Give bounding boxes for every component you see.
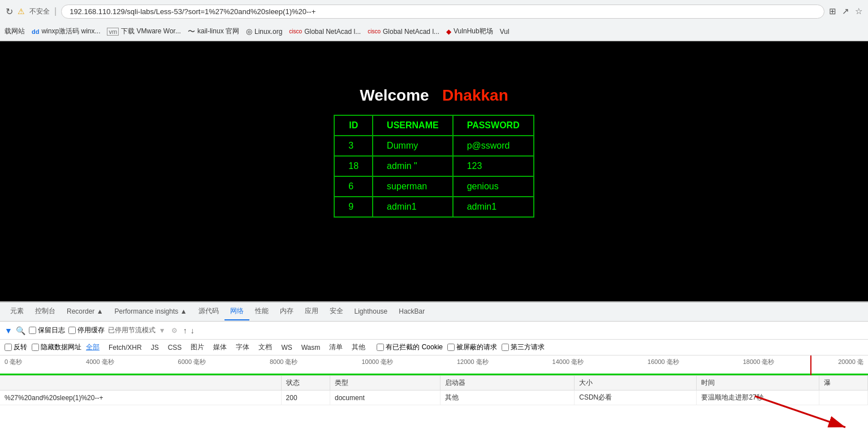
timeline-10000ms: 10000 毫秒 (361, 358, 393, 366)
timeline-14000ms: 14000 毫秒 (552, 358, 584, 366)
tab-hackbar[interactable]: HackBar (393, 304, 430, 320)
bookmark-vul[interactable]: Vul (500, 28, 509, 36)
red-vertical-line (810, 355, 811, 375)
filter-manifest[interactable]: 清单 (325, 341, 347, 353)
net-cell-status: 200 (281, 391, 330, 405)
filter-css[interactable]: CSS (163, 342, 187, 353)
bookmark-linux-org[interactable]: ◎ Linux.org (246, 27, 282, 36)
timeline-4000ms: 4000 毫秒 (86, 358, 114, 366)
net-col-name (0, 376, 281, 391)
table-cell: 3 (334, 136, 373, 156)
third-party-checkbox[interactable]: 第三方请求 (502, 342, 545, 352)
filter-image[interactable]: 图片 (186, 341, 209, 353)
bookmark-vulnhub[interactable]: ◆ VulnHub靶场 (446, 27, 493, 36)
preserve-log-checkbox[interactable]: 保留日志 (29, 326, 65, 335)
green-timeline-line (0, 374, 868, 375)
blocked-cookie-input[interactable] (377, 344, 384, 351)
net-col-time: 时间 (697, 376, 819, 391)
filter-all[interactable]: 全部 (81, 341, 104, 353)
tab-sources[interactable]: 源代码 (193, 303, 224, 320)
net-cell-size: CSDN必看 (575, 391, 697, 405)
filter-font[interactable]: 字体 (231, 341, 254, 353)
filter-doc[interactable]: 文档 (254, 341, 277, 353)
table-cell: 9 (334, 197, 373, 217)
tab-network[interactable]: 网络 (224, 303, 249, 320)
timeline-8000ms: 8000 毫秒 (270, 358, 298, 366)
preserve-log-input[interactable] (29, 327, 36, 334)
network-table-area: 状态 类型 启动器 大小 时间 瀑 %27%20and%20sleep(1)%2… (0, 376, 868, 438)
blocked-requests-input[interactable] (447, 344, 455, 351)
filter-wasm[interactable]: Wasm (297, 342, 325, 353)
filter-js[interactable]: JS (146, 342, 163, 353)
table-cell: admin " (373, 156, 453, 176)
devtools-panel: 元素 控制台 Recorder ▲ Performance insights ▲… (0, 301, 868, 438)
table-cell: admin1 (373, 197, 453, 217)
disable-cache-input[interactable] (68, 327, 76, 334)
filter-fetch-xhr[interactable]: Fetch/XHR (104, 342, 146, 353)
filter-icon[interactable]: ▼ (5, 326, 12, 335)
tab-performance[interactable]: 性能 (249, 303, 274, 320)
table-row: 9admin1admin1 (334, 197, 533, 217)
tab-application[interactable]: 应用 (299, 303, 324, 320)
net-col-type: 类型 (330, 376, 441, 391)
timeline-18000ms: 18000 毫秒 (743, 358, 775, 366)
reverse-label: 反转 (14, 342, 27, 352)
tab-security[interactable]: 安全 (324, 303, 349, 320)
upload-icon[interactable]: ↑ (183, 326, 187, 335)
reload-icon[interactable]: ↻ (6, 6, 13, 17)
page-content: Welcome Dhakkan ID USERNAME PASSWORD 3Du… (0, 41, 868, 301)
share-icon[interactable]: ↗ (842, 6, 849, 16)
tab-elements[interactable]: 元素 (5, 303, 29, 320)
bookmark-icon[interactable]: ☆ (855, 6, 862, 16)
bookmark-zaiwangzhan[interactable]: 载网站 (5, 27, 25, 36)
third-party-input[interactable] (502, 344, 509, 351)
blocked-cookie-checkbox[interactable]: 有已拦截的 Cookie (377, 342, 443, 352)
download-icon[interactable]: ↓ (191, 326, 195, 335)
bookmark-netacad1[interactable]: cisco Global NetAcad l... (289, 28, 361, 36)
preserve-log-label: 保留日志 (38, 326, 65, 335)
bookmark-netacad2[interactable]: cisco Global NetAcad l... (368, 28, 439, 36)
table-cell: superman (373, 176, 453, 197)
devtools-tabs: 元素 控制台 Recorder ▲ Performance insights ▲… (0, 302, 868, 322)
timeline-labels: 0 毫秒 4000 毫秒 6000 毫秒 8000 毫秒 10000 毫秒 12… (0, 358, 868, 366)
welcome-heading: Welcome Dhakkan (360, 86, 508, 105)
table-cell: Dummy (373, 136, 453, 156)
net-col-initiator: 启动器 (440, 376, 575, 391)
filter-ws[interactable]: WS (277, 342, 296, 353)
net-cell-initiator: 其他 (440, 391, 575, 405)
translate-icon[interactable]: ⊞ (829, 6, 836, 16)
table-row: 18admin "123 (334, 156, 533, 176)
bookmark-winxp[interactable]: dd winxp激活码 winx... (32, 27, 100, 36)
hide-data-urls-input[interactable] (32, 344, 39, 351)
search-icon[interactable]: 🔍 (16, 326, 25, 335)
net-col-status: 状态 (281, 376, 330, 391)
hide-data-urls-checkbox[interactable]: 隐藏数据网址 (32, 342, 81, 352)
net-cell-type: document (330, 391, 441, 405)
tab-recorder[interactable]: Recorder ▲ (61, 304, 109, 320)
filter-media[interactable]: 媒体 (209, 341, 231, 353)
reverse-checkbox[interactable]: 反转 (5, 342, 27, 352)
throttle-label: 已停用节流模式 (108, 326, 156, 335)
table-cell: 18 (334, 156, 373, 176)
disable-cache-checkbox[interactable]: 停用缓存 (68, 326, 105, 335)
reverse-input[interactable] (5, 344, 12, 351)
insecure-label: 不安全 (29, 7, 50, 16)
table-row: 6supermangenious (334, 176, 533, 197)
address-bar[interactable]: 192.168.110.129/sqli-labs/Less-53/?sort=… (61, 5, 824, 19)
timeline-12000ms: 12000 毫秒 (457, 358, 489, 366)
tab-memory[interactable]: 内存 (274, 303, 299, 320)
timeline-bar: 0 毫秒 4000 毫秒 6000 毫秒 8000 毫秒 10000 毫秒 12… (0, 355, 868, 376)
table-cell: admin1 (453, 197, 534, 217)
tab-performance-insights[interactable]: Performance insights ▲ (109, 304, 193, 320)
filter-other[interactable]: 其他 (347, 341, 370, 353)
bookmark-kali[interactable]: 〜 kail-linux 官网 (188, 27, 239, 37)
svg-line-1 (755, 396, 845, 427)
blocked-cookie-label: 有已拦截的 Cookie (386, 342, 443, 352)
blocked-requests-checkbox[interactable]: 被屏蔽的请求 (447, 342, 497, 352)
tab-console[interactable]: 控制台 (29, 303, 61, 320)
data-table: ID USERNAME PASSWORD 3Dummyp@ssword18adm… (334, 115, 534, 218)
col-header-password: PASSWORD (453, 115, 534, 136)
net-cell-name: %27%20and%20sleep(1)%20--+ (0, 391, 281, 405)
tab-lighthouse[interactable]: Lighthouse (349, 304, 394, 320)
bookmark-vmware[interactable]: vm 下载 VMware Wor... (107, 27, 180, 36)
